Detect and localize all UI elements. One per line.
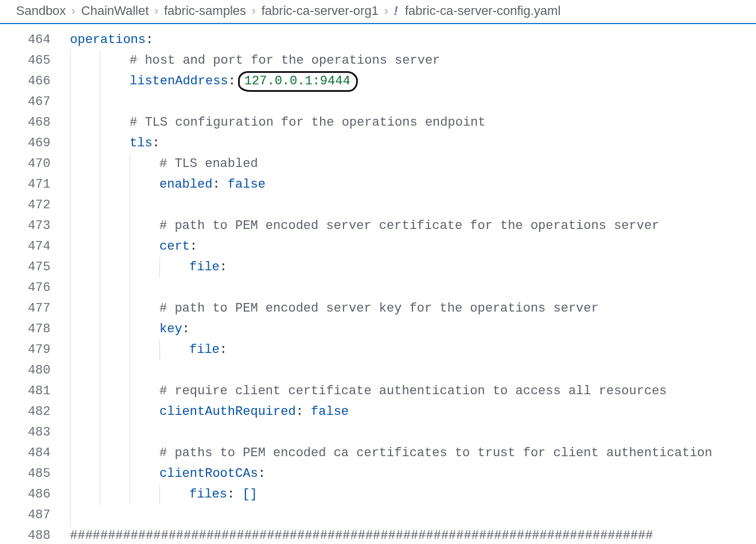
code-text <box>62 281 70 295</box>
code-content[interactable]: # TLS enabled <box>62 154 756 174</box>
line-number: 467 <box>0 92 62 112</box>
code-content[interactable]: listenAddress:127.0.0.1:9444 <box>62 71 756 92</box>
yaml-key: enabled <box>159 177 212 192</box>
code-content[interactable]: key: <box>62 319 756 340</box>
code-content[interactable] <box>62 92 756 112</box>
line-number: 468 <box>0 112 62 133</box>
yaml-key: clientAuthRequired <box>159 405 296 419</box>
code-text: # require client certificate authenticat… <box>62 384 667 398</box>
code-line[interactable]: 482clientAuthRequired: false <box>0 402 756 422</box>
code-text: file: <box>62 260 227 274</box>
breadcrumb-file[interactable]: fabric-ca-server-config.yaml <box>405 3 560 18</box>
code-line[interactable]: 474cert: <box>0 236 756 257</box>
token: : <box>212 177 227 192</box>
code-content[interactable]: ########################################… <box>62 526 756 544</box>
code-line[interactable]: 481# require client certificate authenti… <box>0 381 756 402</box>
code-line[interactable]: 487 <box>0 505 756 526</box>
code-content[interactable]: # require client certificate authenticat… <box>62 381 756 402</box>
code-content[interactable]: operations: <box>62 30 756 50</box>
chevron-right-icon: › <box>72 4 76 17</box>
indent-guides <box>70 422 159 443</box>
comment-text: # host and port for the operations serve… <box>130 53 440 68</box>
code-text: # path to PEM encoded server key for the… <box>62 301 599 316</box>
line-number: 473 <box>0 216 62 236</box>
code-line[interactable]: 488#####################################… <box>0 526 756 544</box>
code-line[interactable]: 465# host and port for the operations se… <box>0 50 756 71</box>
code-line[interactable]: 470# TLS enabled <box>0 154 756 174</box>
code-content[interactable]: # host and port for the operations serve… <box>62 50 756 71</box>
code-content[interactable]: cert: <box>62 236 756 257</box>
code-text: tls: <box>62 136 160 150</box>
code-line[interactable]: 478key: <box>0 319 756 340</box>
line-number: 483 <box>0 422 62 443</box>
line-number: 470 <box>0 154 62 174</box>
token: : <box>153 136 160 150</box>
code-line[interactable]: 464operations: <box>0 30 756 50</box>
token: : <box>258 467 266 481</box>
indent-guides <box>70 360 159 381</box>
code-text: file: <box>62 343 227 357</box>
code-content[interactable]: # path to PEM encoded server key for the… <box>62 298 756 319</box>
code-text: enabled: false <box>62 177 266 192</box>
code-text: key: <box>62 322 190 336</box>
code-content[interactable]: enabled: false <box>62 174 756 195</box>
code-content[interactable]: # TLS configuration for the operations e… <box>62 112 756 133</box>
code-line[interactable]: 483 <box>0 422 756 443</box>
code-text: files: [] <box>62 487 258 502</box>
line-number: 475 <box>0 257 62 278</box>
code-content[interactable]: clientAuthRequired: false <box>62 402 756 422</box>
indent-guides <box>70 278 159 298</box>
line-number: 488 <box>0 526 62 544</box>
code-content[interactable]: file: <box>62 340 756 360</box>
breadcrumb-segment[interactable]: fabric-samples <box>164 3 246 18</box>
code-line[interactable]: 468# TLS configuration for the operation… <box>0 112 756 133</box>
code-line[interactable]: 486files: [] <box>0 484 756 505</box>
line-number: 487 <box>0 505 62 526</box>
code-content[interactable] <box>62 505 756 526</box>
yaml-key: cert <box>159 239 190 254</box>
code-line[interactable]: 467 <box>0 92 756 112</box>
indent-guides <box>70 92 130 112</box>
code-text <box>62 95 70 109</box>
breadcrumb-segment[interactable]: fabric-ca-server-org1 <box>262 3 379 18</box>
code-line[interactable]: 472 <box>0 195 756 216</box>
breadcrumb-segment[interactable]: ChainWallet <box>81 3 149 18</box>
code-text <box>62 508 70 522</box>
code-line[interactable]: 480 <box>0 360 756 381</box>
yaml-key: key <box>159 322 182 336</box>
code-text: listenAddress:127.0.0.1:9444 <box>62 74 358 88</box>
token: : <box>296 405 311 419</box>
line-number: 482 <box>0 402 62 422</box>
comment-text: # TLS configuration for the operations e… <box>130 115 486 130</box>
code-editor[interactable]: 464operations:465# host and port for the… <box>0 24 756 544</box>
code-line[interactable]: 466listenAddress:127.0.0.1:9444 <box>0 71 756 92</box>
line-number: 465 <box>0 50 62 71</box>
code-line[interactable]: 469tls: <box>0 133 756 154</box>
code-line[interactable]: 477# path to PEM encoded server key for … <box>0 298 756 319</box>
code-content[interactable] <box>62 422 756 443</box>
code-content[interactable]: # paths to PEM encoded ca certificates t… <box>62 443 756 464</box>
code-content[interactable] <box>62 360 756 381</box>
comment-text: # path to PEM encoded server key for the… <box>159 301 599 316</box>
line-number: 485 <box>0 464 62 484</box>
code-line[interactable]: 471enabled: false <box>0 174 756 195</box>
code-content[interactable]: file: <box>62 257 756 278</box>
code-text: ########################################… <box>62 529 653 543</box>
code-line[interactable]: 473# path to PEM encoded server certific… <box>0 216 756 236</box>
code-line[interactable]: 475file: <box>0 257 756 278</box>
code-line[interactable]: 484# paths to PEM encoded ca certificate… <box>0 443 756 464</box>
code-line[interactable]: 485clientRootCAs: <box>0 464 756 484</box>
breadcrumb-segment[interactable]: Sandbox <box>16 3 66 18</box>
code-content[interactable] <box>62 278 756 298</box>
code-content[interactable] <box>62 195 756 216</box>
code-content[interactable]: clientRootCAs: <box>62 464 756 484</box>
code-text: # TLS configuration for the operations e… <box>62 115 486 130</box>
chevron-right-icon: › <box>252 4 256 17</box>
chevron-right-icon: › <box>154 4 158 17</box>
code-line[interactable]: 476 <box>0 278 756 298</box>
code-text: operations: <box>62 33 153 47</box>
code-content[interactable]: # path to PEM encoded server certificate… <box>62 216 756 236</box>
code-content[interactable]: tls: <box>62 133 756 154</box>
code-content[interactable]: files: [] <box>62 484 756 505</box>
code-line[interactable]: 479file: <box>0 340 756 360</box>
